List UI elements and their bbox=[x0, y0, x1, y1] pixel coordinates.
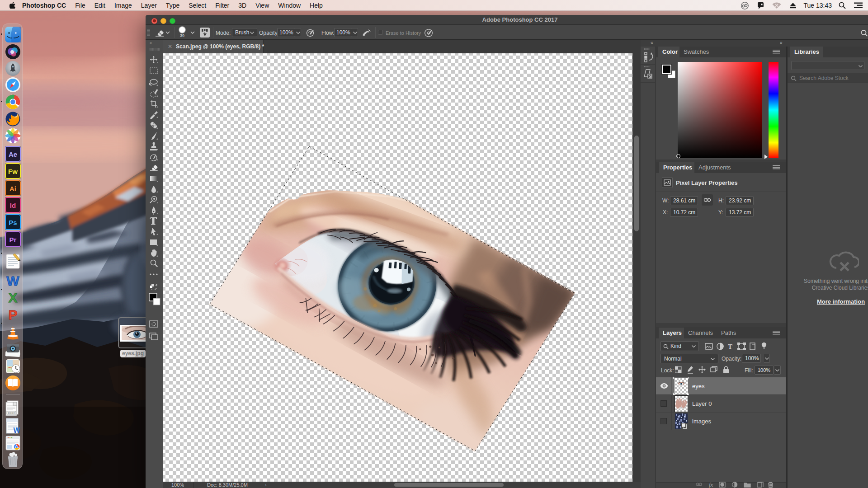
svg-text:Ps: Ps bbox=[9, 219, 17, 226]
svg-text:30: 30 bbox=[15, 366, 17, 368]
svg-text:Ae: Ae bbox=[9, 150, 17, 158]
svg-text:W: W bbox=[13, 427, 20, 434]
svg-text:Fw: Fw bbox=[8, 168, 18, 175]
svg-text:fx: fx bbox=[709, 481, 713, 488]
svg-text:DOCX: DOCX bbox=[8, 412, 15, 414]
svg-text:Ai: Ai bbox=[9, 185, 16, 192]
svg-text:P: P bbox=[8, 307, 17, 322]
svg-text:W: W bbox=[6, 273, 19, 288]
svg-text:Pr: Pr bbox=[9, 236, 17, 244]
svg-text:X: X bbox=[8, 290, 17, 305]
svg-text:»: » bbox=[150, 41, 152, 45]
svg-text:T: T bbox=[728, 343, 732, 350]
svg-text:Id: Id bbox=[10, 202, 16, 209]
